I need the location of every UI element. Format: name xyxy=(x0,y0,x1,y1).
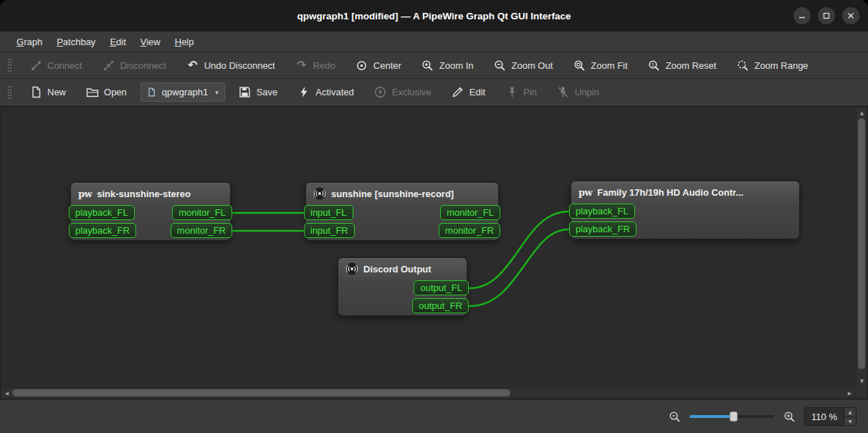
patchbay-combobox[interactable]: qpwgraph1 ▾ xyxy=(140,82,225,102)
vertical-scrollbar-thumb[interactable] xyxy=(858,118,865,369)
activated-bolt-icon xyxy=(297,86,310,99)
menu-edit[interactable]: Edit xyxy=(103,34,132,50)
zoom-fit-icon xyxy=(573,59,586,72)
port-monitor-fr[interactable]: monitor_FR xyxy=(171,223,232,238)
spin-up-icon[interactable]: ▲ xyxy=(844,408,856,417)
node-header: Discord Output xyxy=(338,258,467,280)
edit-patchbay-button[interactable]: Edit xyxy=(445,82,492,103)
port-row: playback_FL xyxy=(569,203,801,219)
horizontal-scrollbar[interactable]: ◀ ▶ xyxy=(1,387,855,398)
vertical-scrollbar[interactable]: ▲ ▼ xyxy=(856,108,867,386)
redo-button[interactable]: ↷ Redo xyxy=(289,55,342,75)
undo-disconnect-button[interactable]: ↶ Undo Disconnect xyxy=(180,55,282,75)
node-title: Discord Output xyxy=(363,264,431,275)
port-monitor-fl[interactable]: monitor_FL xyxy=(172,205,232,220)
toolbar-drag-handle[interactable] xyxy=(7,85,12,100)
zoom-fit-button[interactable]: Zoom Fit xyxy=(566,55,634,75)
center-button[interactable]: Center xyxy=(349,55,408,75)
unpin-button[interactable]: Unpin xyxy=(550,82,606,103)
node-title: Family 17h/19h HD Audio Contr... xyxy=(597,187,743,198)
open-folder-icon xyxy=(86,86,99,99)
port-input-fl[interactable]: input_FL xyxy=(304,205,353,220)
menu-view[interactable]: View xyxy=(134,34,167,50)
graph-node-sunshine[interactable]: sunshine [sunshine-record] input_FL moni… xyxy=(305,182,499,241)
zoom-in-button[interactable]: Zoom In xyxy=(415,55,480,75)
wire-output-fr-to-playback-fr[interactable] xyxy=(469,229,568,306)
graph-canvas[interactable]: pw sink-sunshine-stereo playback_FL moni… xyxy=(0,106,868,399)
unpin-icon xyxy=(557,86,570,99)
close-button[interactable] xyxy=(842,7,859,24)
menu-graph[interactable]: Graph xyxy=(10,34,49,50)
zoom-value[interactable]: 110 % xyxy=(805,408,844,425)
menu-patchbay[interactable]: Patchbay xyxy=(50,34,102,50)
new-patchbay-button[interactable]: New xyxy=(23,82,72,103)
zoom-slider-handle[interactable] xyxy=(730,411,738,422)
zoom-reset-button[interactable]: 1 Zoom Reset xyxy=(642,55,723,75)
node-header: sunshine [sunshine-record] xyxy=(306,183,498,204)
port-playback-fr[interactable]: playback_FR xyxy=(569,222,636,237)
port-monitor-fr[interactable]: monitor_FR xyxy=(439,223,500,238)
maximize-button[interactable] xyxy=(818,7,835,24)
disconnect-button[interactable]: Disconnect xyxy=(95,55,172,75)
horizontal-scrollbar-thumb[interactable] xyxy=(12,389,510,396)
patchbay-file-icon xyxy=(147,87,157,97)
scroll-left-arrow-icon[interactable]: ◀ xyxy=(1,388,12,399)
port-output-fr[interactable]: output_FR xyxy=(412,298,469,313)
open-patchbay-button[interactable]: Open xyxy=(80,82,133,103)
undo-icon: ↶ xyxy=(186,59,199,72)
connection-wires xyxy=(1,107,867,399)
window-title: qpwgraph1 [modified] — A PipeWire Graph … xyxy=(297,11,571,22)
toolbar-drag-handle[interactable] xyxy=(7,58,12,72)
close-icon xyxy=(847,12,854,19)
edit-pencil-icon xyxy=(452,86,464,99)
scrollbar-corner xyxy=(856,387,867,398)
zoom-out-button[interactable]: Zoom Out xyxy=(487,55,560,75)
pin-button[interactable]: Pin xyxy=(499,82,543,103)
port-input-fr[interactable]: input_FR xyxy=(304,223,355,238)
activated-toggle-button[interactable]: Activated xyxy=(291,82,360,103)
zoom-spinbox[interactable]: 110 % ▲ ▼ xyxy=(804,407,857,426)
port-playback-fl[interactable]: playback_FL xyxy=(69,205,135,220)
graph-toolbar: Connect Disconnect ↶ Undo Disconnect ↷ R… xyxy=(0,52,868,79)
zoom-in-magnifier-icon[interactable] xyxy=(783,410,796,423)
connect-icon xyxy=(29,59,42,72)
exclusive-toggle-button[interactable]: Exclusive xyxy=(368,82,438,103)
maximize-icon xyxy=(823,12,830,19)
titlebar[interactable]: qpwgraph1 [modified] — A PipeWire Graph … xyxy=(0,0,868,32)
zoom-slider[interactable] xyxy=(690,415,774,418)
app-window: qpwgraph1 [modified] — A PipeWire Graph … xyxy=(0,0,868,433)
patchbay-combobox-value: qpwgraph1 xyxy=(162,87,208,97)
port-playback-fl[interactable]: playback_FL xyxy=(569,204,635,219)
zoom-reset-icon: 1 xyxy=(648,59,661,72)
graph-node-family-hd-audio[interactable]: pw Family 17h/19h HD Audio Contr... play… xyxy=(571,181,800,239)
port-output-fl[interactable]: output_FL xyxy=(414,280,469,295)
window-controls xyxy=(793,0,859,32)
spin-down-icon[interactable]: ▼ xyxy=(844,417,856,426)
zoom-out-icon xyxy=(494,59,507,72)
connect-button[interactable]: Connect xyxy=(23,55,88,75)
zoom-out-magnifier-icon[interactable] xyxy=(668,410,681,423)
scroll-up-arrow-icon[interactable]: ▲ xyxy=(857,108,867,118)
menu-help[interactable]: Help xyxy=(168,34,201,50)
pipewire-icon: pw xyxy=(578,187,592,198)
minimize-icon xyxy=(798,12,806,19)
graph-node-discord-output[interactable]: Discord Output output_FL output_FR xyxy=(338,257,467,316)
port-monitor-fl[interactable]: monitor_FL xyxy=(440,205,500,220)
speaker-icon xyxy=(313,187,326,200)
graph-node-sink-sunshine-stereo[interactable]: pw sink-sunshine-stereo playback_FL moni… xyxy=(70,182,231,241)
port-row: playback_FR xyxy=(569,221,801,237)
pipewire-icon: pw xyxy=(78,189,92,199)
disconnect-icon xyxy=(102,59,115,72)
port-playback-fr[interactable]: playback_FR xyxy=(69,223,136,238)
minimize-button[interactable] xyxy=(793,7,811,24)
zoom-spin-buttons: ▲ ▼ xyxy=(844,408,856,425)
chevron-down-icon: ▾ xyxy=(215,89,219,96)
patchbay-toolbar: New Open qpwgraph1 ▾ Save Activate xyxy=(0,79,868,106)
exclusive-icon xyxy=(374,86,387,99)
port-row: input_FR monitor_FR xyxy=(304,222,500,238)
menubar: Graph Patchbay Edit View Help xyxy=(0,32,868,52)
scroll-right-arrow-icon[interactable]: ▶ xyxy=(844,388,855,399)
scroll-down-arrow-icon[interactable]: ▼ xyxy=(857,376,867,386)
zoom-range-button[interactable]: Zoom Range xyxy=(730,55,814,75)
save-patchbay-button[interactable]: Save xyxy=(232,82,285,103)
